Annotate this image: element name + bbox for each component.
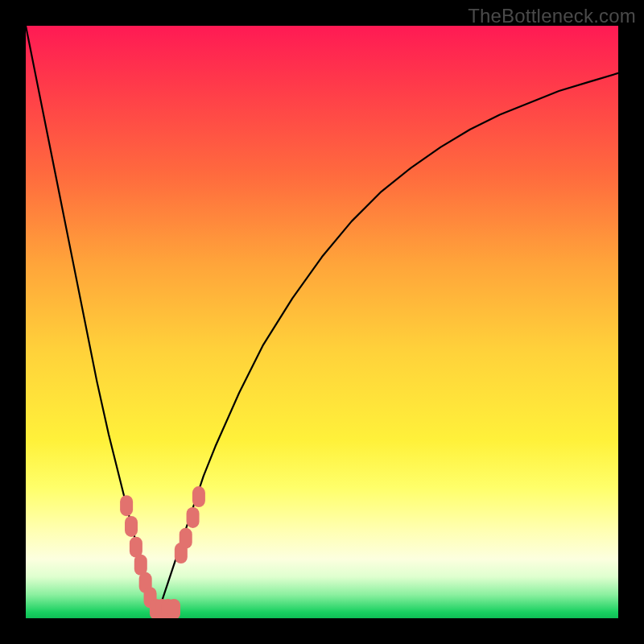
marker-left-1 xyxy=(120,495,133,516)
marker-right-3 xyxy=(187,507,200,528)
chart-stage: TheBottleneck.com xyxy=(0,0,644,644)
marker-right-2 xyxy=(180,528,192,549)
chart-svg xyxy=(26,26,618,618)
marker-bottom-4 xyxy=(167,599,180,618)
plot-area xyxy=(26,26,618,618)
watermark-text: TheBottleneck.com xyxy=(468,5,636,27)
bottleneck-curve xyxy=(26,26,618,618)
marker-right-4 xyxy=(192,486,205,507)
curve-line xyxy=(26,26,618,618)
marker-left-2 xyxy=(125,516,138,537)
